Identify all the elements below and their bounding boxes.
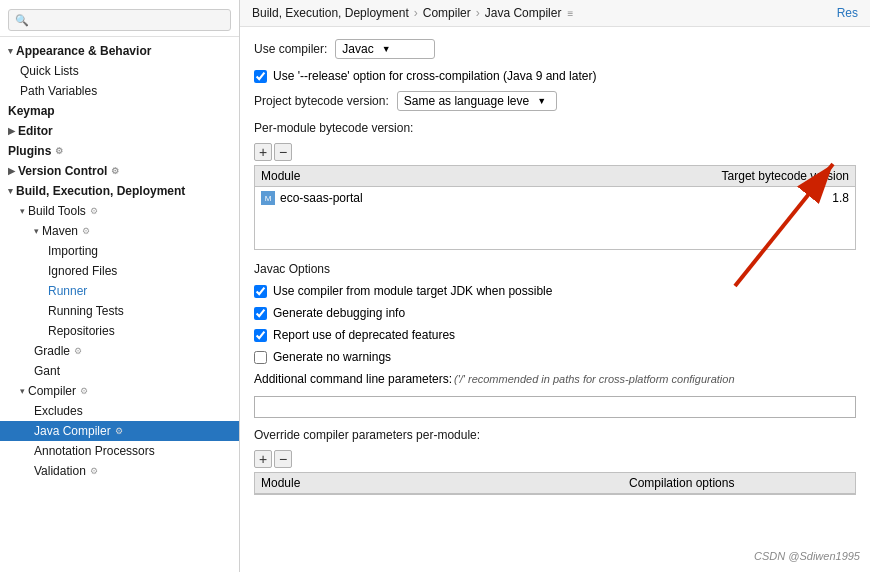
sidebar-item-running-tests[interactable]: Running Tests — [0, 301, 239, 321]
module-name: eco-saas-portal — [280, 191, 689, 205]
cmd-label: Additional command line parameters: — [254, 372, 454, 386]
module-icon: M — [261, 191, 275, 205]
opt4-label: Generate no warnings — [273, 350, 391, 364]
breadcrumb-part-1: Build, Execution, Deployment — [252, 6, 409, 20]
breadcrumb-sep-2: › — [476, 6, 480, 20]
cmd-input[interactable] — [254, 396, 856, 418]
opt2-label: Generate debugging info — [273, 306, 405, 320]
sidebar-item-plugins[interactable]: Plugins ⚙ — [0, 141, 239, 161]
sidebar-item-version-control[interactable]: ▶ Version Control ⚙ — [0, 161, 239, 181]
module-table: Module Target bytecode version M eco-saa… — [254, 165, 856, 250]
sidebar-item-build-tools[interactable]: ▾ Build Tools ⚙ — [0, 201, 239, 221]
override-table-header: Module Compilation options — [255, 473, 855, 494]
breadcrumb-part-3: Java Compiler — [485, 6, 562, 20]
compiler-label: Use compiler: — [254, 42, 327, 56]
cmd-row: Additional command line parameters: ('/'… — [254, 372, 856, 386]
override-add-button[interactable]: + — [254, 450, 272, 468]
sidebar-item-build-execution[interactable]: ▾ Build, Execution, Deployment — [0, 181, 239, 201]
expand-arrow-icon: ▾ — [8, 46, 13, 56]
settings-icon: ⚙ — [90, 206, 98, 216]
expand-arrow-icon: ▶ — [8, 126, 15, 136]
table-row[interactable]: M eco-saas-portal 1.8 — [255, 187, 855, 209]
breadcrumb: Build, Execution, Deployment › Compiler … — [252, 6, 573, 20]
expand-arrow-icon: ▶ — [8, 166, 15, 176]
opt3-label: Report use of deprecated features — [273, 328, 455, 342]
sidebar-item-gant[interactable]: Gant — [0, 361, 239, 381]
right-panel: Build, Execution, Deployment › Compiler … — [240, 0, 870, 572]
per-module-toolbar: + − — [254, 143, 856, 161]
bytecode-version-row: Project bytecode version: Same as langua… — [254, 91, 856, 111]
opt1-row: Use compiler from module target JDK when… — [254, 284, 856, 298]
panel-content: Use compiler: Javac ▼ Use '--release' op… — [240, 27, 870, 572]
sidebar-item-java-compiler[interactable]: Java Compiler ⚙ — [0, 421, 239, 441]
target-col-header: Target bytecode version — [689, 169, 849, 183]
settings-icon: ⚙ — [55, 146, 63, 156]
sidebar-item-validation[interactable]: Validation ⚙ — [0, 461, 239, 481]
override-toolbar: + − — [254, 450, 856, 468]
opt1-label: Use compiler from module target JDK when… — [273, 284, 552, 298]
sidebar-item-appearance[interactable]: ▾ Appearance & Behavior — [0, 41, 239, 61]
breadcrumb-icon: ≡ — [567, 8, 573, 19]
expand-arrow-icon: ▾ — [20, 386, 25, 396]
breadcrumb-bar: Build, Execution, Deployment › Compiler … — [240, 0, 870, 27]
sidebar-item-quick-lists[interactable]: Quick Lists — [0, 61, 239, 81]
release-label: Use '--release' option for cross-compila… — [273, 69, 596, 83]
opt1-checkbox[interactable] — [254, 285, 267, 298]
settings-icon: ⚙ — [82, 226, 90, 236]
expand-arrow-icon: ▾ — [34, 226, 39, 236]
sidebar-item-annotation-processors[interactable]: Annotation Processors — [0, 441, 239, 461]
select-arrow-icon: ▼ — [537, 96, 546, 106]
bytecode-version-select[interactable]: Same as language leve ▼ — [397, 91, 557, 111]
remove-button[interactable]: − — [274, 143, 292, 161]
cmd-note: ('/' recommended in paths for cross-plat… — [454, 373, 735, 385]
add-button[interactable]: + — [254, 143, 272, 161]
sidebar-item-runner[interactable]: Runner — [0, 281, 239, 301]
opt4-row: Generate no warnings — [254, 350, 856, 364]
sidebar-item-editor[interactable]: ▶ Editor — [0, 121, 239, 141]
override-compilation-col: Compilation options — [629, 476, 849, 490]
release-checkbox[interactable] — [254, 70, 267, 83]
settings-icon: ⚙ — [90, 466, 98, 476]
opt2-row: Generate debugging info — [254, 306, 856, 320]
module-col-header: Module — [261, 169, 689, 183]
sidebar-item-ignored-files[interactable]: Ignored Files — [0, 261, 239, 281]
expand-arrow-icon: ▾ — [8, 186, 13, 196]
table-header: Module Target bytecode version — [255, 166, 855, 187]
override-section: Override compiler parameters per-module:… — [254, 428, 856, 495]
breadcrumb-part-2: Compiler — [423, 6, 471, 20]
override-remove-button[interactable]: − — [274, 450, 292, 468]
javac-options-section: Javac Options Use compiler from module t… — [254, 262, 856, 364]
sidebar-item-keymap[interactable]: Keymap — [0, 101, 239, 121]
override-table: Module Compilation options — [254, 472, 856, 495]
sidebar-item-repositories[interactable]: Repositories — [0, 321, 239, 341]
sidebar-item-compiler[interactable]: ▾ Compiler ⚙ — [0, 381, 239, 401]
sidebar-item-path-variables[interactable]: Path Variables — [0, 81, 239, 101]
opt3-checkbox[interactable] — [254, 329, 267, 342]
settings-icon: ⚙ — [111, 166, 119, 176]
override-module-col: Module — [261, 476, 629, 490]
settings-sidebar: 🔍 ▾ Appearance & Behavior Quick Lists Pa… — [0, 0, 240, 572]
release-option-row: Use '--release' option for cross-compila… — [254, 69, 856, 83]
per-module-section-title: Per-module bytecode version: — [254, 121, 856, 135]
sidebar-item-importing[interactable]: Importing — [0, 241, 239, 261]
select-arrow-icon: ▼ — [382, 44, 391, 54]
javac-title: Javac Options — [254, 262, 856, 276]
search-input[interactable]: 🔍 — [8, 9, 231, 31]
sidebar-item-maven[interactable]: ▾ Maven ⚙ — [0, 221, 239, 241]
override-title: Override compiler parameters per-module: — [254, 428, 856, 442]
settings-icon: ⚙ — [80, 386, 88, 396]
expand-arrow-icon: ▾ — [20, 206, 25, 216]
bytecode-version-label: Project bytecode version: — [254, 94, 389, 108]
reset-link[interactable]: Res — [837, 6, 858, 20]
sidebar-item-excludes[interactable]: Excludes — [0, 401, 239, 421]
breadcrumb-sep-1: › — [414, 6, 418, 20]
module-version: 1.8 — [689, 191, 849, 205]
opt4-checkbox[interactable] — [254, 351, 267, 364]
sidebar-item-gradle[interactable]: Gradle ⚙ — [0, 341, 239, 361]
watermark: CSDN @Sdiwen1995 — [754, 550, 860, 562]
compiler-row: Use compiler: Javac ▼ — [254, 39, 856, 59]
opt3-row: Report use of deprecated features — [254, 328, 856, 342]
settings-icon: ⚙ — [74, 346, 82, 356]
compiler-select[interactable]: Javac ▼ — [335, 39, 435, 59]
opt2-checkbox[interactable] — [254, 307, 267, 320]
